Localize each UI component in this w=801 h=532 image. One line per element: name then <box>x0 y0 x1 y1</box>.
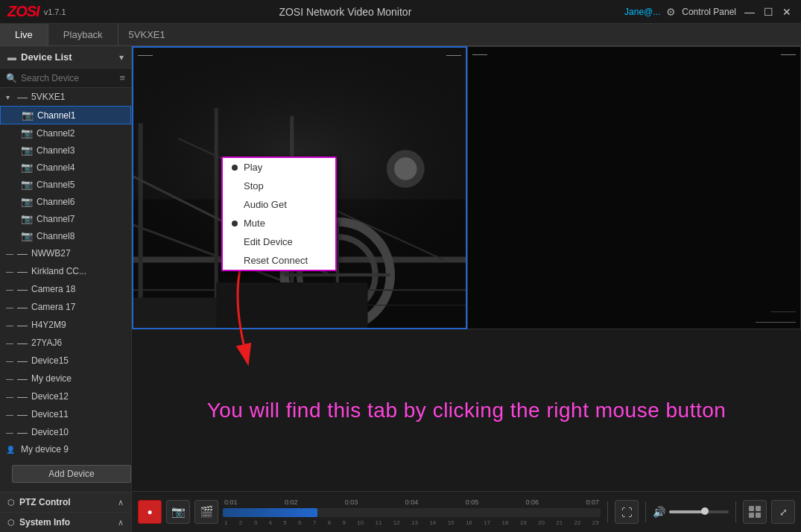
video-icon: 🎬 <box>200 505 214 519</box>
timeline-progress <box>223 508 317 517</box>
ctx-reset-connect[interactable]: Reset Connect <box>223 251 335 270</box>
tree-channel-8[interactable]: 📷 Channel8 <box>0 227 131 244</box>
ctx-stop[interactable]: Stop <box>223 177 335 195</box>
tree-device-camera17[interactable]: — — Camera 17 <box>0 298 131 316</box>
titlebar: ZOSI v1.7.1 ZOSI Network Video Monitor J… <box>0 0 801 24</box>
ctx-audio-get[interactable]: Audio Get <box>223 195 335 214</box>
tree-device-nwwb27[interactable]: — — NWWB27 <box>0 244 131 262</box>
search-icon: 🔍 <box>6 73 17 83</box>
tree-device-device11[interactable]: — — Device11 <box>0 405 131 423</box>
device-name: Device11 <box>31 409 69 419</box>
volume-slider: 🔊 <box>653 506 729 518</box>
video-overlay-tr-right: —— <box>781 50 796 58</box>
tree-device-mydevice[interactable]: — — My device <box>0 370 131 387</box>
channel-icon: 📷 <box>21 196 33 207</box>
user-label[interactable]: Jane@... <box>624 7 660 17</box>
close-button[interactable]: ✕ <box>780 6 794 18</box>
tree-device-camera18[interactable]: — — Camera 18 <box>0 280 131 298</box>
collapse-icon: — <box>6 339 13 347</box>
tree-channel-7[interactable]: 📷 Channel7 <box>0 210 131 227</box>
tree-device-27yaj6[interactable]: — — 27YAJ6 <box>0 334 131 352</box>
device-name: Device12 <box>31 391 69 402</box>
channel-name: Channel4 <box>37 162 75 173</box>
ptz-control-bar[interactable]: ⬡ PTZ Control ∧ <box>0 492 131 512</box>
tree-channel-2[interactable]: 📷 Channel2 <box>0 124 131 142</box>
ctx-mute[interactable]: Mute <box>223 214 335 232</box>
system-info-bar[interactable]: ⬡ System Info ∧ <box>0 512 131 532</box>
tree-device-5vkxe1[interactable]: ▾ — 5VKXE1 <box>0 88 131 106</box>
volume-track[interactable] <box>669 510 729 513</box>
tree-device-device12[interactable]: — — Device12 <box>0 387 131 405</box>
channel-name: Channel5 <box>37 180 75 190</box>
titlebar-right: Jane@... ⚙ Control Panel — ☐ ✕ <box>624 6 794 18</box>
time-7: 0:07 <box>586 498 599 506</box>
device-list-chevron-icon[interactable]: ▾ <box>119 52 124 63</box>
channel-name: Channel7 <box>37 214 75 224</box>
list-icon[interactable]: ≡ <box>119 72 125 83</box>
tree-device-device15[interactable]: — — Device15 <box>0 352 131 370</box>
fullscreen-toggle-button[interactable]: ⛶ <box>615 500 639 524</box>
ctx-play[interactable]: Play <box>223 158 335 177</box>
collapse-icon: — <box>6 267 13 276</box>
camera-scene-right: —————— <box>468 47 800 329</box>
ctx-bullet-reset <box>232 258 238 264</box>
ptz-icon: ⬡ <box>7 498 15 507</box>
device-name: Camera 17 <box>31 302 75 312</box>
layout-2x2-button[interactable] <box>743 500 767 524</box>
device-name: 5VKXE1 <box>31 92 65 102</box>
tab-playback[interactable]: Playback <box>48 24 118 45</box>
sysinfo-icon: ⬡ <box>7 518 15 528</box>
tree-channel-6[interactable]: 📷 Channel6 <box>0 193 131 210</box>
video-cell-right[interactable]: —————— —— —— —————— <box>467 46 801 329</box>
record-button[interactable]: ● <box>138 500 162 524</box>
device-icon: — <box>17 301 28 313</box>
bottom-toolbar: ● 📷 🎬 0:01 0:02 0:03 0:04 0:05 0:06 0:07 <box>132 491 801 532</box>
tree-device-h4y2m9[interactable]: — — H4Y2M9 <box>0 316 131 334</box>
camera-icon: 📷 <box>171 505 186 519</box>
volume-thumb[interactable] <box>701 507 709 515</box>
ctx-play-label: Play <box>244 162 262 173</box>
app-version: v1.7.1 <box>44 7 66 16</box>
device-icon: — <box>17 355 28 367</box>
ptz-chevron-icon: ∧ <box>118 498 124 507</box>
tree-channel-1[interactable]: 📷 Channel1 <box>0 106 131 124</box>
content-area: Play Stop Audio Get Mute Edit Device <box>132 46 801 532</box>
tree-channel-4[interactable]: 📷 Channel4 <box>0 159 131 176</box>
add-device-button[interactable]: Add Device <box>12 465 131 483</box>
ctx-edit-device[interactable]: Edit Device <box>223 232 335 251</box>
ctx-bullet-edit <box>232 239 238 245</box>
toolbar-separator-3 <box>735 501 736 522</box>
channel-icon: 📷 <box>21 127 33 139</box>
tree-device-mydevice9[interactable]: 👤 My device 9 <box>0 441 131 456</box>
device-name: Kirkland CC... <box>31 266 86 276</box>
maximize-button[interactable]: ☐ <box>762 6 776 18</box>
video-overlay-br-right: —————— <box>756 318 796 326</box>
layout-cell <box>756 506 761 511</box>
ctx-audio-label: Audio Get <box>244 199 287 210</box>
tree-channel-3[interactable]: 📷 Channel3 <box>0 142 131 159</box>
tree-device-device10[interactable]: — — Device10 <box>0 423 131 441</box>
control-panel-label[interactable]: Control Panel <box>682 7 736 17</box>
tree-device-kirkland[interactable]: — — Kirkland CC... <box>0 262 131 280</box>
window-controls: — ☐ ✕ <box>742 6 794 18</box>
snapshot-button[interactable]: 📷 <box>166 500 190 524</box>
tabbar: Live Playback 5VKXE1 <box>0 24 801 46</box>
collapse-icon: — <box>6 393 13 401</box>
video-overlay-tl-right: —— <box>472 50 487 58</box>
settings-icon[interactable]: ⚙ <box>666 6 676 18</box>
breadcrumb: 5VKXE1 <box>118 24 176 45</box>
search-input[interactable] <box>21 73 115 83</box>
expand-button[interactable]: ⤢ <box>771 500 795 524</box>
expand-icon: ⤢ <box>779 507 788 518</box>
tab-live[interactable]: Live <box>0 24 48 45</box>
device-icon: — <box>17 408 28 420</box>
device-icon: — <box>17 373 28 384</box>
device-list-header-left: ▬ Device List <box>7 51 72 63</box>
timeline-track[interactable] <box>223 508 601 517</box>
minimize-button[interactable]: — <box>742 6 757 18</box>
tree-channel-5[interactable]: 📷 Channel5 <box>0 176 131 193</box>
timeline-container[interactable]: 0:01 0:02 0:03 0:04 0:05 0:06 0:07 12345… <box>223 498 601 526</box>
video-button[interactable]: 🎬 <box>194 500 218 524</box>
ctx-bullet-play <box>232 165 238 171</box>
collapse-icon: — <box>6 250 13 258</box>
